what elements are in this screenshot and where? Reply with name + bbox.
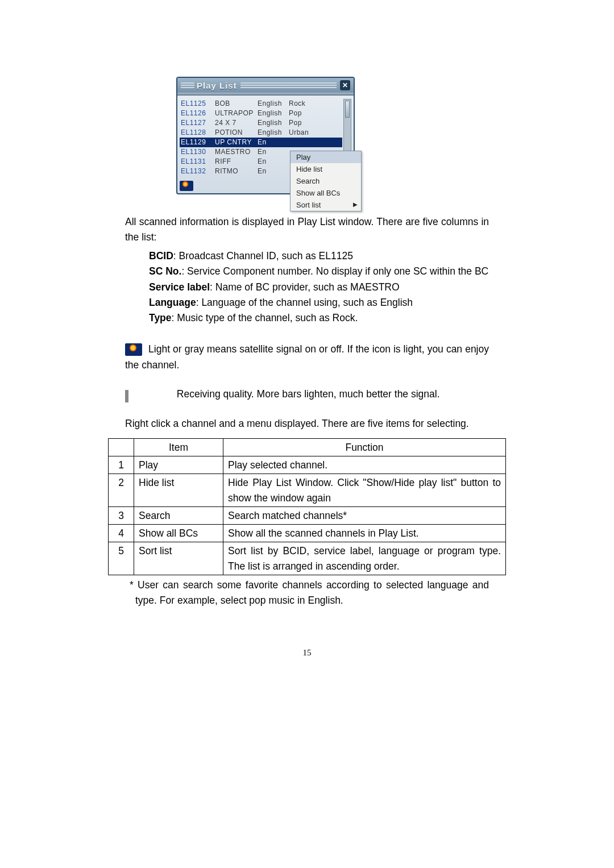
definition-list: BCID: Broadcast Channel ID, such as EL11… <box>125 248 489 326</box>
playlist-cell-lang: English <box>258 128 289 138</box>
definition-term: BCID <box>149 250 173 261</box>
definition-term: Service label <box>149 281 210 293</box>
playlist-cell-lang: En <box>258 167 289 176</box>
paragraph: Light or gray means satellite signal on … <box>125 342 489 373</box>
satellite-status-icon <box>180 181 193 191</box>
definition-desc: : Name of BC provider, such as MAESTRO <box>210 281 400 293</box>
table-row: 4 Show all BCs Show all the scanned chan… <box>109 525 506 542</box>
playlist-cell-label: RITMO <box>215 167 258 176</box>
playlist-row[interactable]: EL1128 POTION English Urban <box>180 128 342 138</box>
playlist-row[interactable]: EL1127 24 X 7 English Pop <box>180 118 342 128</box>
playlist-cell-bcid: EL1129 <box>181 138 215 147</box>
paragraph: Right click a channel and a menu display… <box>125 416 489 431</box>
ctx-item-play[interactable]: Play <box>291 151 361 163</box>
table-cell: Show all BCs <box>134 525 223 542</box>
signal-strength-icon <box>125 389 171 401</box>
ctx-item-sort-label: Sort list <box>296 201 321 209</box>
table-header-cell: Function <box>223 438 506 456</box>
playlist-cell-bcid: EL1130 <box>181 147 215 157</box>
playlist-cell-bcid: EL1128 <box>181 128 215 138</box>
functions-table: Item Function 1 Play Play selected chann… <box>108 438 506 575</box>
titlebar-grip-icon <box>181 82 194 88</box>
paragraph: All scanned information is displayed in … <box>125 214 489 245</box>
playlist-cell-bcid: EL1127 <box>181 118 215 128</box>
ctx-item-search[interactable]: Search <box>291 175 361 187</box>
playlist-cell-label: 24 X 7 <box>215 118 258 128</box>
page-number: 15 <box>125 648 489 658</box>
playlist-cell-lang: English <box>258 109 289 118</box>
playlist-cell-bcid: EL1126 <box>181 109 215 118</box>
table-row: 5 Sort list Sort list by BCID, service l… <box>109 542 506 575</box>
definition-desc: : Language of the channel using, such as… <box>196 297 413 308</box>
ctx-item-show-all-bcs[interactable]: Show all BCs <box>291 187 361 199</box>
playlist-cell-bcid: EL1132 <box>181 167 215 176</box>
definition-term: Type <box>149 312 172 323</box>
table-cell: Search <box>134 506 223 524</box>
table-cell: Show all the scanned channels in Play Li… <box>223 525 506 542</box>
definition-term: SC No. <box>149 265 181 277</box>
playlist-row-selected[interactable]: EL1129 UP CNTRY En <box>180 138 342 147</box>
icon-description: Receiving quality. More bars lighten, mu… <box>174 388 440 400</box>
submenu-arrow-icon: ▶ <box>353 201 358 207</box>
playlist-cell-label: UP CNTRY <box>215 138 258 147</box>
footnote: * User can search some favorite channels… <box>125 578 489 608</box>
playlist-window-title: Play List <box>197 81 237 90</box>
definition-desc: : Service Component number. No display i… <box>181 265 488 277</box>
playlist-cell-type: Pop <box>289 109 341 118</box>
definition-term: Language <box>149 297 196 308</box>
playlist-cell-lang: English <box>258 99 289 109</box>
playlist-cell-label: POTION <box>215 128 258 138</box>
definition-line: BCID: Broadcast Channel ID, such as EL11… <box>149 248 489 264</box>
table-cell: Hide Play List Window. Click "Show/Hide … <box>223 474 506 507</box>
table-cell: Sort list <box>134 542 223 575</box>
definition-line: Type: Music type of the channel, such as… <box>149 310 489 326</box>
table-cell: 2 <box>109 474 134 507</box>
playlist-cell-type: Urban <box>289 128 341 138</box>
playlist-context-menu[interactable]: Play Hide list Search Show all BCs Sort … <box>290 151 362 211</box>
playlist-window-figure: Play List ✕ EL1125 BOB English Rock EL11… <box>176 77 375 194</box>
playlist-cell-lang: English <box>258 118 289 128</box>
playlist-cell-label: MAESTRO <box>215 147 258 157</box>
satellite-status-icon <box>125 343 142 356</box>
close-icon[interactable]: ✕ <box>340 80 350 90</box>
table-header-cell <box>109 438 134 456</box>
playlist-cell-lang: En <box>258 157 289 167</box>
table-header-cell: Item <box>134 438 223 456</box>
playlist-row[interactable]: EL1125 BOB English Rock <box>180 99 342 109</box>
table-cell: 5 <box>109 542 134 575</box>
icon-description: Light or gray means satellite signal on … <box>125 343 489 371</box>
table-cell: 3 <box>109 506 134 524</box>
table-cell: Play selected channel. <box>223 456 506 474</box>
table-cell: Hide list <box>134 474 223 507</box>
table-row: 2 Hide list Hide Play List Window. Click… <box>109 474 506 507</box>
ctx-item-sort-list[interactable]: Sort list ▶ <box>291 199 361 211</box>
playlist-cell-bcid: EL1125 <box>181 99 215 109</box>
playlist-cell-label: BOB <box>215 99 258 109</box>
table-row: 1 Play Play selected channel. <box>109 456 506 474</box>
scrollbar-thumb-icon[interactable] <box>345 101 350 118</box>
ctx-item-hide-list[interactable]: Hide list <box>291 163 361 175</box>
titlebar-grip-icon <box>240 82 337 88</box>
table-cell: Sort list by BCID, service label, langua… <box>223 542 506 575</box>
paragraph: Receiving quality. More bars lighten, mu… <box>125 387 489 402</box>
definition-desc: : Broadcast Channel ID, such as EL1125 <box>173 250 353 261</box>
table-cell: 4 <box>109 525 134 542</box>
playlist-titlebar: Play List ✕ <box>177 78 354 93</box>
playlist-cell-type: Pop <box>289 118 341 128</box>
table-cell: Search matched channels* <box>223 506 506 524</box>
playlist-row[interactable]: EL1126 ULTRAPOP English Pop <box>180 109 342 118</box>
playlist-cell-lang: En <box>258 147 289 157</box>
table-cell: Play <box>134 456 223 474</box>
definition-line: SC No.: Service Component number. No dis… <box>149 264 489 279</box>
table-row: 3 Search Search matched channels* <box>109 506 506 524</box>
definition-line: Language: Language of the channel using,… <box>149 295 489 310</box>
playlist-cell-bcid: EL1131 <box>181 157 215 167</box>
table-header-row: Item Function <box>109 438 506 456</box>
playlist-cell-type: Rock <box>289 99 341 109</box>
playlist-cell-label: ULTRAPOP <box>215 109 258 118</box>
definition-line: Service label: Name of BC provider, such… <box>149 280 489 295</box>
definition-desc: : Music type of the channel, such as Roc… <box>172 312 358 323</box>
playlist-cell-label: RIFF <box>215 157 258 167</box>
playlist-cell-type <box>289 138 341 147</box>
table-cell: 1 <box>109 456 134 474</box>
